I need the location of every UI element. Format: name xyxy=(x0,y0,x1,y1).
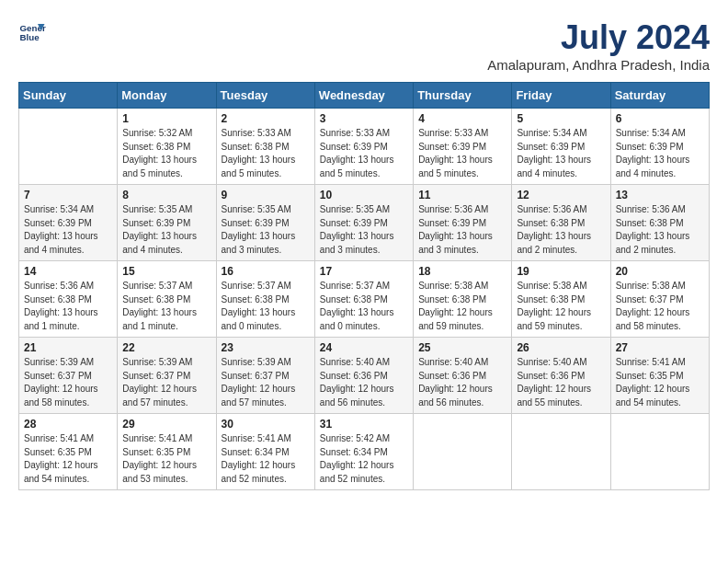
day-info: Sunrise: 5:42 AM Sunset: 6:34 PM Dayligh… xyxy=(320,432,408,486)
day-number: 24 xyxy=(320,341,408,354)
day-info: Sunrise: 5:38 AM Sunset: 6:38 PM Dayligh… xyxy=(418,280,506,333)
day-info: Sunrise: 5:32 AM Sunset: 6:38 PM Dayligh… xyxy=(122,127,210,180)
day-info: Sunrise: 5:34 AM Sunset: 6:39 PM Dayligh… xyxy=(24,203,112,257)
day-info: Sunrise: 5:39 AM Sunset: 6:37 PM Dayligh… xyxy=(222,356,310,409)
day-number: 23 xyxy=(222,341,310,354)
calendar-cell: 14Sunrise: 5:36 AM Sunset: 6:38 PM Dayli… xyxy=(19,261,118,338)
calendar-cell xyxy=(512,414,610,490)
day-number: 4 xyxy=(418,112,506,125)
day-number: 14 xyxy=(24,265,112,278)
weekday-header-saturday: Saturday xyxy=(610,83,709,109)
day-info: Sunrise: 5:41 AM Sunset: 6:35 PM Dayligh… xyxy=(122,432,210,486)
day-number: 26 xyxy=(517,341,605,354)
day-number: 27 xyxy=(616,341,704,354)
logo-icon: General Blue xyxy=(18,18,46,46)
calendar-table: SundayMondayTuesdayWednesdayThursdayFrid… xyxy=(18,82,710,490)
calendar-cell xyxy=(610,414,709,490)
day-number: 3 xyxy=(320,112,408,125)
calendar-cell: 28Sunrise: 5:41 AM Sunset: 6:35 PM Dayli… xyxy=(19,414,118,490)
day-info: Sunrise: 5:40 AM Sunset: 6:36 PM Dayligh… xyxy=(320,356,408,409)
day-number: 31 xyxy=(320,418,408,431)
calendar-cell: 7Sunrise: 5:34 AM Sunset: 6:39 PM Daylig… xyxy=(19,185,118,261)
calendar-cell: 3Sunrise: 5:33 AM Sunset: 6:39 PM Daylig… xyxy=(314,109,413,185)
calendar-cell: 4Sunrise: 5:33 AM Sunset: 6:39 PM Daylig… xyxy=(414,109,512,185)
day-number: 19 xyxy=(517,265,605,278)
calendar-week-row: 7Sunrise: 5:34 AM Sunset: 6:39 PM Daylig… xyxy=(19,185,710,261)
weekday-header-monday: Monday xyxy=(118,83,216,109)
day-info: Sunrise: 5:38 AM Sunset: 6:38 PM Dayligh… xyxy=(517,280,605,333)
day-number: 7 xyxy=(24,189,112,201)
day-info: Sunrise: 5:34 AM Sunset: 6:39 PM Dayligh… xyxy=(616,127,704,180)
day-info: Sunrise: 5:36 AM Sunset: 6:38 PM Dayligh… xyxy=(616,203,704,257)
day-number: 1 xyxy=(122,112,210,125)
day-info: Sunrise: 5:33 AM Sunset: 6:39 PM Dayligh… xyxy=(320,127,408,180)
calendar-cell: 22Sunrise: 5:39 AM Sunset: 6:37 PM Dayli… xyxy=(118,338,216,414)
calendar-cell: 5Sunrise: 5:34 AM Sunset: 6:39 PM Daylig… xyxy=(512,109,610,185)
day-number: 15 xyxy=(122,265,210,278)
calendar-cell: 23Sunrise: 5:39 AM Sunset: 6:37 PM Dayli… xyxy=(216,338,314,414)
day-number: 30 xyxy=(222,418,310,431)
calendar-cell: 2Sunrise: 5:33 AM Sunset: 6:38 PM Daylig… xyxy=(216,109,314,185)
day-info: Sunrise: 5:41 AM Sunset: 6:35 PM Dayligh… xyxy=(616,356,704,409)
day-number: 17 xyxy=(320,265,408,278)
calendar-week-row: 14Sunrise: 5:36 AM Sunset: 6:38 PM Dayli… xyxy=(19,261,710,338)
day-number: 13 xyxy=(616,189,704,201)
day-number: 2 xyxy=(222,112,310,125)
weekday-header-row: SundayMondayTuesdayWednesdayThursdayFrid… xyxy=(19,83,710,109)
day-info: Sunrise: 5:37 AM Sunset: 6:38 PM Dayligh… xyxy=(122,280,210,333)
day-info: Sunrise: 5:35 AM Sunset: 6:39 PM Dayligh… xyxy=(320,203,408,257)
calendar-cell: 27Sunrise: 5:41 AM Sunset: 6:35 PM Dayli… xyxy=(610,338,709,414)
calendar-cell: 12Sunrise: 5:36 AM Sunset: 6:38 PM Dayli… xyxy=(512,185,610,261)
day-info: Sunrise: 5:40 AM Sunset: 6:36 PM Dayligh… xyxy=(418,356,506,409)
day-number: 22 xyxy=(122,341,210,354)
calendar-cell: 6Sunrise: 5:34 AM Sunset: 6:39 PM Daylig… xyxy=(610,109,709,185)
day-info: Sunrise: 5:33 AM Sunset: 6:38 PM Dayligh… xyxy=(222,127,310,180)
day-info: Sunrise: 5:40 AM Sunset: 6:36 PM Dayligh… xyxy=(517,356,605,409)
weekday-header-friday: Friday xyxy=(512,83,610,109)
weekday-header-sunday: Sunday xyxy=(19,83,118,109)
day-info: Sunrise: 5:36 AM Sunset: 6:38 PM Dayligh… xyxy=(24,280,112,333)
title-section: July 2024 Amalapuram, Andhra Pradesh, In… xyxy=(487,18,710,73)
day-number: 29 xyxy=(122,418,210,431)
day-number: 18 xyxy=(418,265,506,278)
calendar-cell: 21Sunrise: 5:39 AM Sunset: 6:37 PM Dayli… xyxy=(19,338,118,414)
calendar-cell: 11Sunrise: 5:36 AM Sunset: 6:39 PM Dayli… xyxy=(414,185,512,261)
page-header: General Blue July 2024 Amalapuram, Andhr… xyxy=(18,18,710,73)
calendar-cell: 18Sunrise: 5:38 AM Sunset: 6:38 PM Dayli… xyxy=(414,261,512,338)
day-number: 11 xyxy=(418,189,506,201)
calendar-cell: 30Sunrise: 5:41 AM Sunset: 6:34 PM Dayli… xyxy=(216,414,314,490)
weekday-header-tuesday: Tuesday xyxy=(216,83,314,109)
calendar-cell: 29Sunrise: 5:41 AM Sunset: 6:35 PM Dayli… xyxy=(118,414,216,490)
day-info: Sunrise: 5:38 AM Sunset: 6:37 PM Dayligh… xyxy=(616,280,704,333)
calendar-cell: 8Sunrise: 5:35 AM Sunset: 6:39 PM Daylig… xyxy=(118,185,216,261)
day-info: Sunrise: 5:35 AM Sunset: 6:39 PM Dayligh… xyxy=(122,203,210,257)
logo: General Blue xyxy=(18,18,46,46)
calendar-cell: 10Sunrise: 5:35 AM Sunset: 6:39 PM Dayli… xyxy=(314,185,413,261)
calendar-cell: 9Sunrise: 5:35 AM Sunset: 6:39 PM Daylig… xyxy=(216,185,314,261)
day-number: 21 xyxy=(24,341,112,354)
svg-text:Blue: Blue xyxy=(20,32,40,42)
calendar-cell: 13Sunrise: 5:36 AM Sunset: 6:38 PM Dayli… xyxy=(610,185,709,261)
day-number: 25 xyxy=(418,341,506,354)
day-info: Sunrise: 5:36 AM Sunset: 6:38 PM Dayligh… xyxy=(517,203,605,257)
calendar-cell: 25Sunrise: 5:40 AM Sunset: 6:36 PM Dayli… xyxy=(414,338,512,414)
calendar-cell: 1Sunrise: 5:32 AM Sunset: 6:38 PM Daylig… xyxy=(118,109,216,185)
day-number: 6 xyxy=(616,112,704,125)
calendar-cell: 24Sunrise: 5:40 AM Sunset: 6:36 PM Dayli… xyxy=(314,338,413,414)
calendar-cell xyxy=(414,414,512,490)
day-number: 5 xyxy=(517,112,605,125)
calendar-cell: 20Sunrise: 5:38 AM Sunset: 6:37 PM Dayli… xyxy=(610,261,709,338)
day-info: Sunrise: 5:33 AM Sunset: 6:39 PM Dayligh… xyxy=(418,127,506,180)
day-info: Sunrise: 5:39 AM Sunset: 6:37 PM Dayligh… xyxy=(24,356,112,409)
calendar-cell xyxy=(19,109,118,185)
calendar-cell: 17Sunrise: 5:37 AM Sunset: 6:38 PM Dayli… xyxy=(314,261,413,338)
calendar-cell: 19Sunrise: 5:38 AM Sunset: 6:38 PM Dayli… xyxy=(512,261,610,338)
day-number: 8 xyxy=(122,189,210,201)
day-info: Sunrise: 5:34 AM Sunset: 6:39 PM Dayligh… xyxy=(517,127,605,180)
calendar-cell: 15Sunrise: 5:37 AM Sunset: 6:38 PM Dayli… xyxy=(118,261,216,338)
location: Amalapuram, Andhra Pradesh, India xyxy=(487,57,710,73)
day-number: 28 xyxy=(24,418,112,431)
weekday-header-wednesday: Wednesday xyxy=(314,83,413,109)
calendar-cell: 26Sunrise: 5:40 AM Sunset: 6:36 PM Dayli… xyxy=(512,338,610,414)
calendar-cell: 31Sunrise: 5:42 AM Sunset: 6:34 PM Dayli… xyxy=(314,414,413,490)
